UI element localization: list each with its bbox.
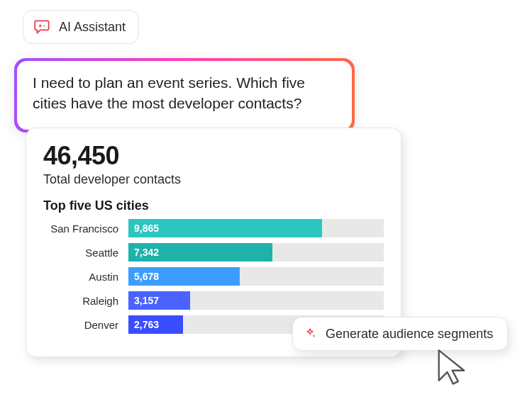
cursor-icon	[437, 349, 471, 386]
bar-fill: 2,763	[128, 315, 183, 334]
total-value: 46,450	[43, 141, 384, 171]
generate-audience-button[interactable]: Generate audience segments	[292, 317, 508, 351]
total-label: Total developer contacts	[43, 172, 384, 187]
ai-assistant-pill[interactable]: AI Assistant	[23, 10, 139, 44]
bar-track: 5,678	[128, 267, 384, 286]
bar-fill: 7,342	[128, 243, 272, 262]
sparkle-icon	[303, 326, 318, 342]
bar-category-label: San Francisco	[43, 223, 118, 235]
bar-track: 9,865	[128, 219, 384, 237]
bar-row: Seattle7,342	[43, 243, 384, 262]
prompt-card: I need to plan an event series. Which fi…	[14, 58, 355, 133]
prompt-text: I need to plan an event series. Which fi…	[33, 72, 336, 114]
bar-track: 3,157	[128, 291, 384, 310]
bar-category-label: Denver	[43, 319, 118, 331]
sparkle-chat-icon	[33, 18, 52, 36]
bar-fill: 3,157	[128, 291, 190, 310]
bar-category-label: Raleigh	[43, 295, 118, 307]
bar-track: 7,342	[128, 243, 384, 262]
bar-row: San Francisco9,865	[43, 219, 384, 237]
bar-category-label: Austin	[43, 271, 118, 283]
bar-fill: 9,865	[128, 219, 322, 237]
bar-category-label: Seattle	[43, 247, 118, 259]
generate-audience-label: Generate audience segments	[326, 327, 493, 342]
ai-assistant-label: AI Assistant	[59, 20, 126, 35]
bar-fill: 5,678	[128, 267, 240, 286]
bar-row: Austin5,678	[43, 267, 384, 286]
section-title: Top five US cities	[43, 198, 384, 213]
bar-row: Raleigh3,157	[43, 291, 384, 310]
